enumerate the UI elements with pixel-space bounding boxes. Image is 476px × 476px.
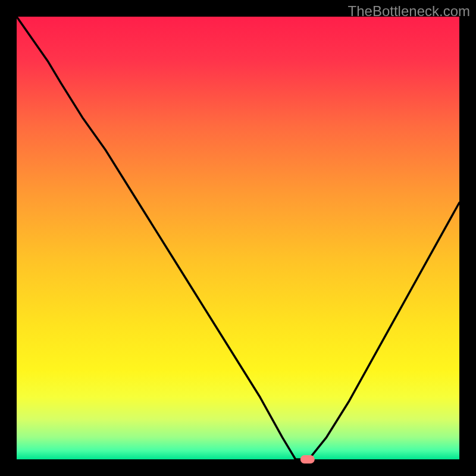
minimum-marker (300, 455, 315, 464)
plot-area (8, 8, 468, 468)
chart-svg (0, 0, 476, 476)
watermark-text: TheBottleneck.com (348, 3, 470, 20)
chart-container: TheBottleneck.com (0, 0, 476, 476)
plot-background (17, 17, 459, 459)
